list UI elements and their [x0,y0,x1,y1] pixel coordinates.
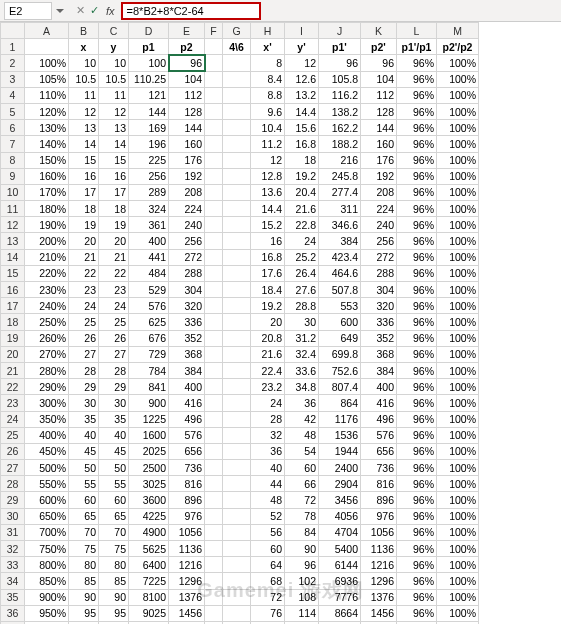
cell-C10[interactable]: 17 [99,184,129,200]
cell-I11[interactable]: 21.6 [285,201,319,217]
cell-K17[interactable]: 320 [361,298,397,314]
cell-H21[interactable]: 22.4 [251,362,285,378]
cell-C3[interactable]: 10.5 [99,71,129,87]
cell-G15[interactable] [223,265,251,281]
cell-C24[interactable]: 35 [99,411,129,427]
cell-K7[interactable]: 160 [361,136,397,152]
cell-E23[interactable]: 416 [169,395,205,411]
cell-C5[interactable]: 12 [99,103,129,119]
cell-G13[interactable] [223,233,251,249]
row-header-29[interactable]: 29 [1,492,25,508]
row-header-2[interactable]: 2 [1,55,25,71]
cell-C22[interactable]: 29 [99,379,129,395]
cell-F35[interactable] [205,589,223,605]
cell-E36[interactable]: 1456 [169,605,205,621]
cell-F22[interactable] [205,379,223,395]
cell-E18[interactable]: 336 [169,314,205,330]
cell-G18[interactable] [223,314,251,330]
cell-E27[interactable]: 736 [169,460,205,476]
cell-B16[interactable]: 23 [69,282,99,298]
cell-L36[interactable]: 96% [397,605,437,621]
cell-E13[interactable]: 256 [169,233,205,249]
cell-A9[interactable]: 160% [25,168,69,184]
cell-H5[interactable]: 9.6 [251,103,285,119]
cell-E8[interactable]: 176 [169,152,205,168]
cell-F16[interactable] [205,282,223,298]
cell-D8[interactable]: 225 [129,152,169,168]
cell-M10[interactable]: 100% [437,184,479,200]
cell-I8[interactable]: 18 [285,152,319,168]
cell-K3[interactable]: 104 [361,71,397,87]
cell-J30[interactable]: 4056 [319,508,361,524]
cell-B6[interactable]: 13 [69,120,99,136]
cell-C17[interactable]: 24 [99,298,129,314]
row-header-36[interactable]: 36 [1,605,25,621]
cell-F21[interactable] [205,362,223,378]
cell-I32[interactable]: 90 [285,541,319,557]
cell-L10[interactable]: 96% [397,184,437,200]
cell-M9[interactable]: 100% [437,168,479,184]
cell-J15[interactable]: 464.6 [319,265,361,281]
col-header-K[interactable]: K [361,23,397,39]
cell-J1[interactable]: p1' [319,39,361,55]
cell-I19[interactable]: 31.2 [285,330,319,346]
cell-D35[interactable]: 8100 [129,589,169,605]
col-header-L[interactable]: L [397,23,437,39]
cell-K30[interactable]: 976 [361,508,397,524]
cell-F13[interactable] [205,233,223,249]
cell-I7[interactable]: 16.8 [285,136,319,152]
cell-E33[interactable]: 1216 [169,557,205,573]
cell-F31[interactable] [205,524,223,540]
cell-L26[interactable]: 96% [397,443,437,459]
cell-G9[interactable] [223,168,251,184]
cell-L29[interactable]: 96% [397,492,437,508]
cell-G25[interactable] [223,427,251,443]
cell-G16[interactable] [223,282,251,298]
cell-A8[interactable]: 150% [25,152,69,168]
cell-K36[interactable]: 1456 [361,605,397,621]
col-header-E[interactable]: E [169,23,205,39]
cell-D26[interactable]: 2025 [129,443,169,459]
cell-H30[interactable]: 52 [251,508,285,524]
cell-K16[interactable]: 304 [361,282,397,298]
cell-L13[interactable]: 96% [397,233,437,249]
cell-H18[interactable]: 20 [251,314,285,330]
cell-B29[interactable]: 60 [69,492,99,508]
cell-B10[interactable]: 17 [69,184,99,200]
cell-F17[interactable] [205,298,223,314]
cell-L5[interactable]: 96% [397,103,437,119]
cell-G20[interactable] [223,346,251,362]
cell-F28[interactable] [205,476,223,492]
cell-D18[interactable]: 625 [129,314,169,330]
cell-C26[interactable]: 45 [99,443,129,459]
cell-A5[interactable]: 120% [25,103,69,119]
cell-C29[interactable]: 60 [99,492,129,508]
spreadsheet-grid[interactable]: ABCDEFGHIJKLM1xyp1p24\6x'y'p1'p2'p1'/p1p… [0,22,561,624]
row-header-33[interactable]: 33 [1,557,25,573]
cell-G29[interactable] [223,492,251,508]
cell-G23[interactable] [223,395,251,411]
cell-L9[interactable]: 96% [397,168,437,184]
cell-H4[interactable]: 8.8 [251,87,285,103]
row-header-27[interactable]: 27 [1,460,25,476]
cell-G26[interactable] [223,443,251,459]
row-header-12[interactable]: 12 [1,217,25,233]
cell-M11[interactable]: 100% [437,201,479,217]
cell-J28[interactable]: 2904 [319,476,361,492]
cell-L1[interactable]: p1'/p1 [397,39,437,55]
cell-J24[interactable]: 1176 [319,411,361,427]
cell-B30[interactable]: 65 [69,508,99,524]
cell-M31[interactable]: 100% [437,524,479,540]
cell-J19[interactable]: 649 [319,330,361,346]
cell-B28[interactable]: 55 [69,476,99,492]
cell-L31[interactable]: 96% [397,524,437,540]
cell-H14[interactable]: 16.8 [251,249,285,265]
row-header-20[interactable]: 20 [1,346,25,362]
col-header-M[interactable]: M [437,23,479,39]
cell-M12[interactable]: 100% [437,217,479,233]
cell-A26[interactable]: 450% [25,443,69,459]
cell-G24[interactable] [223,411,251,427]
cell-J31[interactable]: 4704 [319,524,361,540]
cell-H29[interactable]: 48 [251,492,285,508]
cell-J36[interactable]: 8664 [319,605,361,621]
